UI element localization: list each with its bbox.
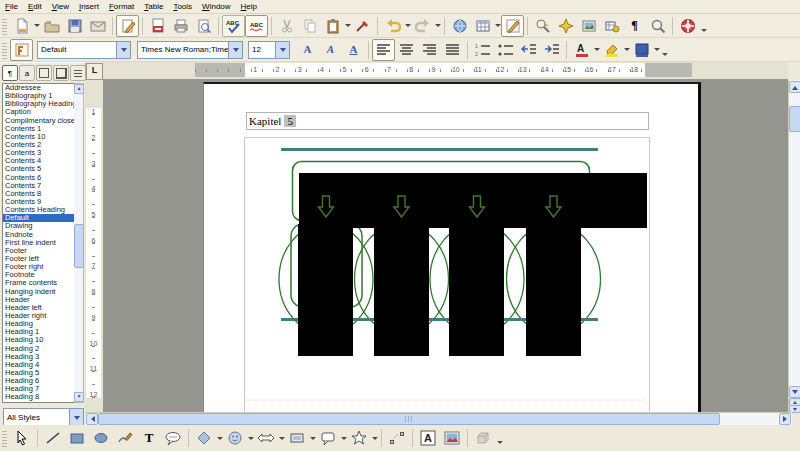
menu-item[interactable]: Format (104, 1, 139, 13)
gallery-button[interactable] (577, 15, 600, 37)
new-document-dropdown[interactable] (33, 16, 40, 36)
callout-tool-button[interactable] (161, 427, 185, 450)
chevron-down-icon[interactable] (116, 42, 130, 58)
underline-button[interactable]: A (342, 39, 365, 61)
save-button[interactable] (63, 15, 86, 37)
zoom-button[interactable] (646, 15, 669, 37)
numbered-list-button[interactable]: 12 (471, 39, 494, 61)
print-button[interactable] (169, 15, 192, 37)
font-name-combo[interactable]: Times New Roman;Times N (137, 41, 243, 59)
data-sources-button[interactable] (600, 15, 623, 37)
undo-button[interactable] (381, 15, 404, 37)
callouts-button[interactable] (316, 427, 340, 450)
flowchart-button[interactable] (285, 427, 309, 450)
formatting-marks-button[interactable]: ¶ (623, 15, 646, 37)
align-center-button[interactable] (395, 39, 418, 61)
callouts-dropdown[interactable] (340, 428, 347, 448)
ellipse-tool-button[interactable] (89, 427, 113, 450)
scroll-down-icon[interactable]: ▼ (74, 392, 84, 402)
background-color-button[interactable] (630, 39, 653, 61)
hyperlink-button[interactable] (448, 15, 471, 37)
flowchart-dropdown[interactable] (309, 428, 316, 448)
diagram[interactable] (204, 84, 698, 412)
scroll-up-button[interactable] (789, 81, 800, 93)
scroll-down-button[interactable] (789, 386, 800, 398)
justify-button[interactable] (441, 39, 464, 61)
menu-item[interactable]: Tools (168, 1, 197, 13)
frame-styles-button[interactable] (36, 65, 52, 81)
edit-points-button[interactable] (385, 427, 409, 450)
basic-shapes-button[interactable] (192, 427, 216, 450)
text-tool-button[interactable]: T (137, 427, 161, 450)
page-preview-button[interactable] (192, 15, 215, 37)
chevron-down-icon[interactable] (228, 42, 242, 58)
freeform-line-button[interactable] (113, 427, 137, 450)
paste-button[interactable] (321, 15, 344, 37)
style-list-scrollbar[interactable]: ▲ ▼ (74, 83, 84, 403)
character-styles-button[interactable]: a (19, 65, 35, 81)
symbol-shapes-dropdown[interactable] (247, 428, 254, 448)
align-left-button[interactable] (372, 39, 395, 61)
vertical-scroll-thumb[interactable] (789, 106, 800, 132)
background-color-dropdown[interactable] (653, 40, 660, 60)
chevron-down-icon[interactable] (69, 409, 83, 425)
rectangle-tool-button[interactable] (65, 427, 89, 450)
italic-button[interactable]: A (319, 39, 342, 61)
bullet-list-button[interactable] (494, 39, 517, 61)
scroll-thumb[interactable] (74, 224, 84, 268)
new-document-button[interactable] (10, 15, 33, 37)
line-tool-button[interactable] (41, 427, 65, 450)
list-styles-button[interactable] (70, 65, 86, 81)
bold-button[interactable]: A (296, 39, 319, 61)
block-arrows-dropdown[interactable] (278, 428, 285, 448)
redaction-column[interactable] (298, 224, 353, 356)
menu-item[interactable]: File (0, 1, 23, 13)
table-dropdown[interactable] (494, 16, 501, 36)
help-button[interactable] (676, 15, 699, 37)
style-filter-combo[interactable]: All Styles (3, 408, 84, 426)
font-color-dropdown[interactable] (593, 40, 600, 60)
insert-table-button[interactable] (471, 15, 494, 37)
toolbar-overflow-icon[interactable] (660, 41, 669, 59)
horizontal-scroll-thumb[interactable] (98, 413, 720, 425)
highlighting-button[interactable] (600, 39, 623, 61)
toolbar-handle[interactable] (2, 41, 7, 59)
styles-formatting-button[interactable] (10, 39, 33, 61)
redaction-column[interactable] (449, 224, 504, 356)
open-button[interactable] (40, 15, 63, 37)
redaction-column[interactable] (374, 224, 429, 356)
toolbar-handle[interactable] (2, 17, 7, 35)
teal-line-top[interactable] (281, 148, 598, 151)
insert-picture-button[interactable] (440, 427, 464, 450)
toolbar-handle[interactable] (2, 429, 7, 447)
edit-file-button[interactable] (116, 15, 139, 37)
navigator-button[interactable] (554, 15, 577, 37)
chevron-down-icon[interactable] (275, 42, 289, 58)
stars-dropdown[interactable] (371, 428, 378, 448)
scroll-right-button[interactable] (779, 413, 791, 425)
tab-stop-selector[interactable]: L (86, 63, 103, 80)
menu-item[interactable]: Window (197, 1, 235, 13)
stars-button[interactable] (347, 427, 371, 450)
menu-item[interactable]: View (47, 1, 74, 13)
export-pdf-button[interactable] (146, 15, 169, 37)
font-size-combo[interactable]: 12 (248, 41, 290, 59)
page-styles-button[interactable] (53, 65, 69, 81)
increase-indent-button[interactable] (540, 39, 563, 61)
email-button[interactable] (86, 15, 109, 37)
redaction-column[interactable] (526, 224, 581, 356)
select-tool-button[interactable] (10, 427, 34, 450)
scroll-up-icon[interactable]: ▲ (74, 84, 84, 94)
paragraph-style-combo[interactable]: Default (37, 41, 131, 59)
horizontal-ruler[interactable]: 123456789101112131415161718 (103, 62, 788, 80)
toolbar-overflow-icon[interactable] (495, 429, 504, 447)
undo-dropdown[interactable] (404, 16, 411, 36)
draw-functions-button[interactable] (501, 15, 524, 37)
block-arrows-button[interactable] (254, 427, 278, 450)
font-color-button[interactable]: A (570, 39, 593, 61)
document-page[interactable]: Kapitel 5 (203, 82, 701, 412)
fontwork-button[interactable]: A (416, 427, 440, 450)
decrease-indent-button[interactable] (517, 39, 540, 61)
menu-item[interactable]: Insert (74, 1, 104, 13)
find-replace-button[interactable] (531, 15, 554, 37)
